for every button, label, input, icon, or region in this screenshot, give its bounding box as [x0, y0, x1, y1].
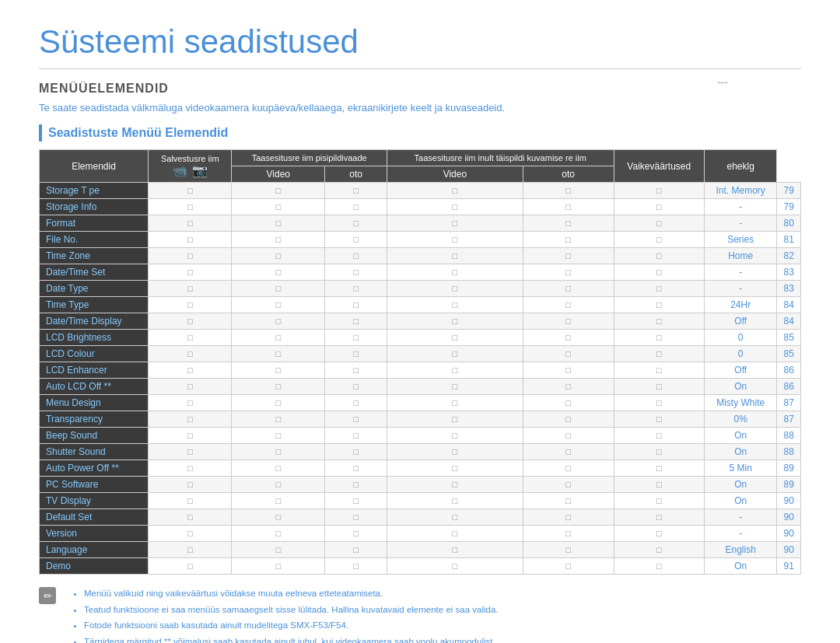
checkbox-cell-20-4: □	[523, 509, 614, 526]
checkbox-cell-22-1: □	[232, 542, 325, 558]
checkbox-cell-3-1: □	[232, 232, 325, 248]
checkbox-cell-21-4: □	[523, 526, 614, 542]
checkbox-cell-8-1: □	[232, 313, 325, 330]
page-num-10: 85	[777, 346, 801, 362]
checkbox-cell-11-1: □	[232, 362, 325, 379]
page-num-23: 91	[777, 558, 801, 575]
checkbox-cell-5-5: □	[614, 264, 705, 281]
checkbox-cell-3-5: □	[614, 232, 705, 248]
default-value-2: -	[705, 215, 777, 232]
page-num-15: 88	[777, 428, 801, 444]
default-value-10: 0	[705, 346, 777, 362]
checkbox-cell-4-4: □	[523, 248, 614, 264]
row-label-10: LCD Colour	[40, 346, 149, 362]
checkbox-cell-1-3: □	[387, 199, 523, 215]
checkbox-cell-22-0: □	[149, 542, 232, 558]
table-row: Storage T pe□□□□□□Int. Memory79	[40, 183, 801, 199]
table-header-row-1: Elemendid Salvestusre iim 📹 📷 Taasesitus…	[40, 150, 801, 166]
th-vaikeväärtused: Vaikeväärtused	[614, 150, 705, 183]
table-row: Auto LCD Off **□□□□□□On86	[40, 379, 801, 395]
legend-box-2	[718, 82, 727, 83]
th-taasesitus-taispildi: Taasesitusre iim inult täispildi kuvamis…	[387, 150, 614, 166]
page-num-11: 86	[777, 362, 801, 379]
checkbox-cell-12-5: □	[614, 379, 705, 395]
table-row: Version□□□□□□-90	[40, 526, 801, 542]
checkbox-cell-14-2: □	[325, 411, 387, 428]
checkbox-cell-9-3: □	[387, 330, 523, 346]
th-pisipildi-foto: oto	[325, 166, 387, 183]
checkbox-cell-5-0: □	[149, 264, 232, 281]
checkbox-cell-17-1: □	[232, 460, 325, 477]
checkbox-cell-3-0: □	[149, 232, 232, 248]
checkbox-cell-19-3: □	[387, 493, 523, 509]
page-num-6: 83	[777, 281, 801, 297]
checkbox-cell-1-1: □	[232, 199, 325, 215]
checkbox-cell-10-3: □	[387, 346, 523, 362]
checkbox-cell-19-1: □	[232, 493, 325, 509]
default-value-17: 5 Min	[705, 460, 777, 477]
checkbox-cell-23-1: □	[232, 558, 325, 575]
table-row: Format□□□□□□-80	[40, 215, 801, 232]
checkbox-cell-18-3: □	[387, 477, 523, 493]
video-camera-icon: 📹	[172, 163, 187, 178]
default-value-7: 24Hr	[705, 297, 777, 313]
checkbox-cell-21-5: □	[614, 526, 705, 542]
checkbox-cell-18-1: □	[232, 477, 325, 493]
checkbox-cell-0-0: □	[149, 183, 232, 199]
checkbox-cell-10-2: □	[325, 346, 387, 362]
page-num-0: 79	[777, 183, 801, 199]
legend-item-2: : Ei ole teostatav	[718, 82, 801, 87]
checkbox-cell-1-2: □	[325, 199, 387, 215]
default-value-14: 0%	[705, 411, 777, 428]
checkbox-cell-18-5: □	[614, 477, 705, 493]
checkbox-cell-5-3: □	[387, 264, 523, 281]
checkbox-cell-9-0: □	[149, 330, 232, 346]
th-elemendid: Elemendid	[40, 150, 149, 183]
checkbox-cell-2-4: □	[523, 215, 614, 232]
checkbox-cell-12-2: □	[325, 379, 387, 395]
th-taasesitus-pisipildi: Taasesitusre iim pisipildivaade	[232, 150, 387, 166]
table-row: File No.□□□□□□Series81	[40, 232, 801, 248]
checkbox-cell-21-1: □	[232, 526, 325, 542]
default-value-20: -	[705, 509, 777, 526]
note-item-0: Menüü valikuid ning vaikeväärtusi võidak…	[84, 585, 499, 602]
page-num-21: 90	[777, 526, 801, 542]
page-num-19: 90	[777, 493, 801, 509]
row-label-4: Time Zone	[40, 248, 149, 264]
table-row: TV Display□□□□□□On90	[40, 493, 801, 509]
table-row: LCD Colour□□□□□□085	[40, 346, 801, 362]
checkbox-cell-0-1: □	[232, 183, 325, 199]
checkbox-cell-14-1: □	[232, 411, 325, 428]
checkbox-cell-1-4: □	[523, 199, 614, 215]
default-value-1: -	[705, 199, 777, 215]
checkbox-cell-9-1: □	[232, 330, 325, 346]
table-row: Date/Time Set□□□□□□-83	[40, 264, 801, 281]
checkbox-cell-1-5: □	[614, 199, 705, 215]
th-taispildi-video: Video	[387, 166, 523, 183]
checkbox-cell-7-1: □	[232, 297, 325, 313]
checkbox-cell-16-4: □	[523, 444, 614, 460]
th-pisipildi-video: Video	[232, 166, 325, 183]
checkbox-cell-14-5: □	[614, 411, 705, 428]
checkbox-cell-8-4: □	[523, 313, 614, 330]
page-num-14: 87	[777, 411, 801, 428]
row-label-22: Language	[40, 542, 149, 558]
row-label-2: Format	[40, 215, 149, 232]
top-section: : Teostatav : Ei ole teostatav MENÜÜELEM…	[39, 82, 801, 117]
checkbox-cell-9-5: □	[614, 330, 705, 346]
checkbox-cell-12-3: □	[387, 379, 523, 395]
row-label-17: Auto Power Off **	[40, 460, 149, 477]
checkbox-cell-19-5: □	[614, 493, 705, 509]
checkbox-cell-16-2: □	[325, 444, 387, 460]
checkbox-cell-4-2: □	[325, 248, 387, 264]
row-label-7: Time Type	[40, 297, 149, 313]
page-num-3: 81	[777, 232, 801, 248]
checkbox-cell-17-2: □	[325, 460, 387, 477]
checkbox-cell-22-4: □	[523, 542, 614, 558]
checkbox-cell-20-0: □	[149, 509, 232, 526]
row-label-5: Date/Time Set	[40, 264, 149, 281]
checkbox-cell-11-0: □	[149, 362, 232, 379]
checkbox-cell-10-4: □	[523, 346, 614, 362]
table-row: LCD Enhancer□□□□□□Off86	[40, 362, 801, 379]
checkbox-cell-23-4: □	[523, 558, 614, 575]
